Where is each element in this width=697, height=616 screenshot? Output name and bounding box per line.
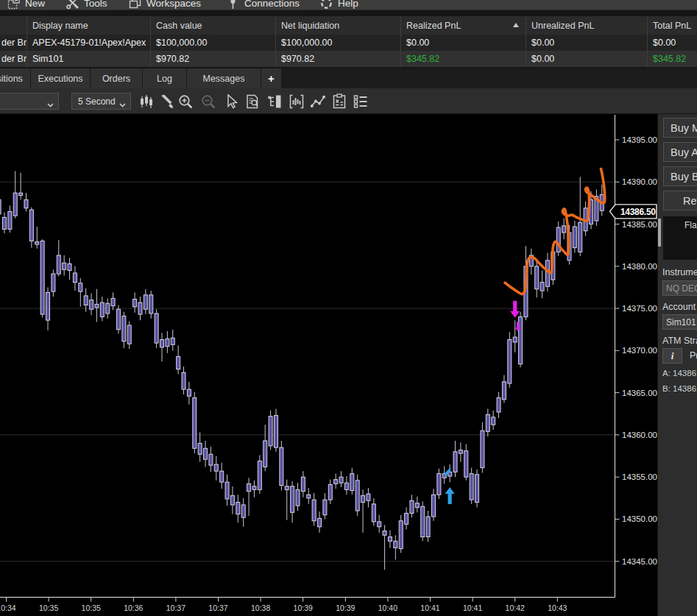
- data-box-icon[interactable]: [244, 93, 261, 110]
- accounts-table-header: Display nameCash valueNet liquidationRea…: [0, 16, 697, 35]
- cell-1-0: der Br: [0, 51, 27, 67]
- ninjatrader-window: NewToolsWorkspacesConnectionsHelp Displa…: [0, 0, 697, 616]
- chart-trader-icon[interactable]: [266, 93, 283, 110]
- buy-market-button[interactable]: Buy Market: [663, 118, 697, 138]
- candle-body: [410, 500, 414, 513]
- strategies-icon[interactable]: [310, 93, 326, 110]
- zoom-out-icon[interactable]: [200, 93, 216, 110]
- tab-executions[interactable]: Executions: [31, 68, 90, 88]
- account-label: Account: [662, 302, 696, 312]
- candle-body: [116, 309, 120, 329]
- candle-body: [432, 495, 436, 517]
- bid-quote: B: 14386.50: [662, 384, 697, 393]
- tab-log[interactable]: Log: [143, 68, 186, 88]
- reverse-button[interactable]: Reverse: [663, 191, 697, 210]
- column-header-net-liquidation[interactable]: Net liquidation: [276, 16, 401, 35]
- cursor-icon[interactable]: [223, 93, 239, 110]
- instrument-dropdown[interactable]: [0, 93, 59, 110]
- time-label: 10:42: [506, 603, 525, 612]
- add-tab-button[interactable]: +: [261, 68, 281, 88]
- price-label: 14375.00: [622, 304, 657, 313]
- menu-workspaces[interactable]: Workspaces: [129, 0, 201, 10]
- menu-label: Connections: [244, 0, 300, 9]
- candle-body: [122, 316, 126, 341]
- account-row-sim101[interactable]: der BrSim101$970.82$970.82$345.82$0.00$3…: [0, 51, 697, 67]
- sell-arrow-marker[interactable]: [510, 301, 520, 318]
- tab-positions[interactable]: Positions: [0, 68, 30, 88]
- price-label: 14365.00: [622, 389, 657, 397]
- tab-messages[interactable]: Messages: [187, 68, 261, 88]
- column-header-cash-value[interactable]: Cash value: [151, 16, 276, 35]
- column-header-total-pnl[interactable]: Total PnL: [648, 16, 697, 35]
- candle-body: [378, 522, 381, 527]
- column-header-display-name[interactable]: Display name: [27, 16, 151, 35]
- flatten-button[interactable]: Flatten: [663, 216, 697, 260]
- drawing-tools-icon[interactable]: [158, 93, 174, 110]
- atm-strategy-label: ATM Strategy: [662, 336, 697, 346]
- menu-help[interactable]: Help: [320, 0, 358, 10]
- candle-body: [40, 241, 44, 314]
- menu-connections[interactable]: Connections: [227, 0, 300, 10]
- candle-body: [111, 298, 115, 305]
- cell-0-4: $0.00: [401, 35, 526, 51]
- menu-new[interactable]: New: [7, 0, 45, 10]
- candle-body: [57, 255, 60, 274]
- candle-body: [241, 505, 245, 517]
- account-field[interactable]: Sim101: [662, 314, 697, 330]
- column-header-account[interactable]: [0, 16, 27, 35]
- zoom-in-icon[interactable]: [177, 93, 194, 110]
- atm-strategy-value[interactable]: Price: [690, 350, 697, 361]
- buy-bid-button[interactable]: Buy Bid: [663, 166, 697, 186]
- candle-body: [415, 503, 419, 508]
- price-chart[interactable]: 14395.0014390.0014385.0014380.0014375.00…: [0, 114, 657, 616]
- menu-label: Help: [338, 0, 358, 9]
- candle-body: [187, 389, 191, 396]
- cell-0-3: $100,000.00: [276, 35, 401, 51]
- account-row-apex[interactable]: der BrAPEX-45179-01!Apex!Apex$100,000.00…: [0, 35, 697, 51]
- candle-body: [144, 295, 147, 309]
- time-label: 10:36: [124, 603, 143, 612]
- candle-body: [513, 337, 517, 342]
- column-header-realized-pnl[interactable]: Realized PnL: [401, 16, 526, 35]
- candle-body: [579, 222, 582, 252]
- time-label: 10:35: [82, 603, 101, 612]
- candle-body: [79, 283, 82, 291]
- buy-ask-button[interactable]: Buy Ask: [663, 142, 697, 162]
- menu-tools[interactable]: Tools: [66, 0, 107, 10]
- instrument-field[interactable]: NQ DEC21: [662, 280, 697, 296]
- column-header-unrealized-pnl[interactable]: Unrealized PnL: [526, 16, 648, 35]
- candle-body: [307, 495, 311, 498]
- interval-dropdown[interactable]: 5 Second: [71, 93, 131, 110]
- candle-body: [68, 263, 71, 270]
- candle-body: [453, 452, 457, 472]
- candle-body: [133, 299, 137, 306]
- ask-quote: A: 14386.75: [662, 369, 697, 378]
- candle-body: [252, 486, 256, 490]
- candle-body: [138, 302, 142, 314]
- price-label: 14345.00: [622, 557, 657, 566]
- candle-body: [475, 475, 479, 503]
- price-label: 14385.00: [622, 220, 657, 229]
- properties-icon[interactable]: [331, 93, 347, 110]
- indicators-icon[interactable]: [289, 93, 305, 110]
- sort-asc-icon: [513, 23, 519, 27]
- candle-body: [497, 398, 500, 412]
- candle-body: [193, 398, 197, 449]
- panel-scrollbar[interactable]: [658, 219, 661, 247]
- data-series-icon[interactable]: [353, 93, 369, 110]
- menu-label: New: [25, 0, 45, 9]
- candle-body: [204, 448, 208, 459]
- time-label: 10:35: [39, 603, 58, 612]
- chart-toolbar: 5 Second: [0, 88, 697, 114]
- price-label: 14370.00: [622, 346, 657, 355]
- candle-body: [291, 486, 294, 513]
- info-icon[interactable]: i: [662, 348, 682, 364]
- tab-orders[interactable]: Orders: [91, 68, 142, 88]
- buy-arrow-marker[interactable]: [445, 487, 455, 504]
- candle-body: [247, 484, 251, 491]
- cell-0-5: $0.00: [526, 35, 648, 51]
- candle-body: [437, 474, 441, 495]
- chart-style-icon[interactable]: [138, 93, 155, 110]
- candle-body: [46, 292, 50, 320]
- cell-0-1: APEX-45179-01!Apex!Apex: [27, 35, 151, 51]
